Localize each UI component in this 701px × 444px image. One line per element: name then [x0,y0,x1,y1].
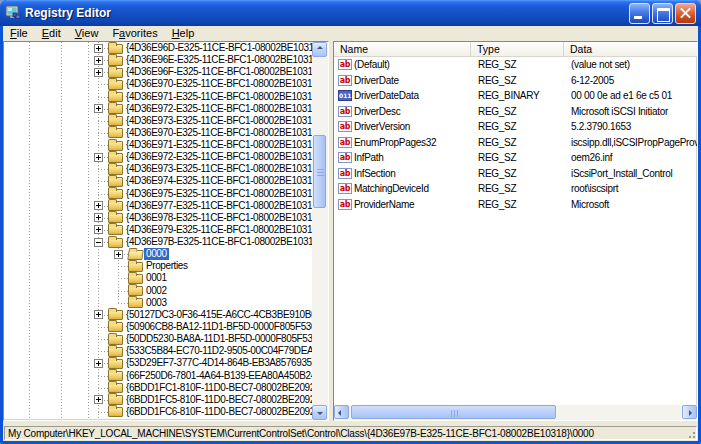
tree-item-label[interactable]: {4D36E971-E325-11CE-BFC1-08002BE10318} [124,91,312,103]
tree-item[interactable]: {4D36E974-E325-11CE-BFC1-08002BE10318} [4,175,312,187]
tree-item[interactable]: {4D36E971-E325-11CE-BFC1-08002BE10318} [4,91,312,103]
value-name[interactable]: EnumPropPages32 [354,135,476,150]
value-row[interactable]: abDriverDateREG_SZ6-12-2005 [334,73,697,89]
tree-item-label[interactable]: {4D36E970-E325-11CE-BFC1-08002BE10318} [124,127,312,139]
tree-item-label[interactable]: {50906CB8-BA12-11D1-BF5D-0000F805F530} [124,321,312,333]
scroll-left-button[interactable] [334,405,349,419]
column-header-data[interactable]: Data [564,42,697,57]
tree-item-label[interactable]: {4D36E973-E325-11CE-BFC1-08002BE10318} [124,115,312,127]
tree-item[interactable]: Properties [4,260,312,272]
expand-box-icon[interactable] [94,153,103,162]
tree-item[interactable]: {50127DC3-0F36-415E-A6CC-4CB3BE910B65} [4,309,312,321]
minimize-button[interactable] [629,3,650,24]
tree-item-label[interactable]: {6BDD1FC1-810F-11D0-BEC7-08002BE2092F} [124,382,312,394]
tree-item-label[interactable]: {4D36E970-E325-11CE-BFC1-08002BE10318} [124,78,312,90]
value-name[interactable]: DriverDesc [354,104,476,119]
value-name[interactable]: InfSection [354,166,476,181]
expand-box-icon[interactable] [94,44,103,53]
tree-item[interactable]: 0002 [4,285,312,297]
scrollbar-thumb[interactable] [313,135,326,208]
tree-item[interactable]: {533C5B84-EC70-11D2-9505-00C04F79DEAF} [4,345,312,357]
expand-box-icon[interactable] [94,225,103,234]
tree-item-label[interactable]: 0002 [144,285,169,297]
scrollbar-thumb[interactable] [351,405,556,419]
tree-item-label[interactable]: {4D36E972-E325-11CE-BFC1-08002BE10318} [124,103,312,115]
expand-box-icon[interactable] [114,250,123,259]
tree-item-label[interactable]: {4D36E974-E325-11CE-BFC1-08002BE10318} [124,175,312,187]
tree-vertical-scrollbar[interactable] [312,42,328,420]
tree-item[interactable]: {66F250D6-7801-4A64-B139-EEA80A450B24} [4,370,312,382]
value-row[interactable]: abInfSectionREG_SZiScsiPort_Install_Cont… [334,166,697,182]
tree-item[interactable]: {4D36E973-E325-11CE-BFC1-08002BE10318} [4,163,312,175]
tree-item-label[interactable]: {53D29EF7-377C-4D14-864B-EB3A85769359} [124,357,312,369]
menu-file[interactable]: File [3,26,35,41]
tree-item-label[interactable]: {4D36E975-E325-11CE-BFC1-08002BE10318} [124,188,312,200]
tree-item-label[interactable]: {4D36E978-E325-11CE-BFC1-08002BE10318} [124,212,312,224]
value-row[interactable]: abDriverVersionREG_SZ5.2.3790.1653 [334,119,697,135]
expand-box-icon[interactable] [94,359,103,368]
tree-item-label[interactable]: {66F250D6-7801-4A64-B139-EEA80A450B24} [124,370,312,382]
tree-item[interactable]: 0003 [4,297,312,309]
value-row[interactable]: abDriverDescREG_SZMicrosoft iSCSI Initia… [334,104,697,120]
title-bar[interactable]: Registry Editor [0,0,701,26]
expand-box-icon[interactable] [94,68,103,77]
tree-item[interactable]: {4D36E973-E325-11CE-BFC1-08002BE10318} [4,115,312,127]
tree-item[interactable]: {4D36E977-E325-11CE-BFC1-08002BE10318} [4,200,312,212]
value-name[interactable]: MatchingDeviceId [354,181,476,196]
menu-help[interactable]: Help [165,26,202,41]
tree-item[interactable]: {4D36E970-E325-11CE-BFC1-08002BE10318} [4,127,312,139]
scroll-right-button[interactable] [682,405,697,419]
tree-item-label[interactable]: {4D36E972-E325-11CE-BFC1-08002BE10318} [124,151,312,163]
value-row[interactable]: ab(Default)REG_SZ(value not set) [334,57,697,73]
tree-item-label[interactable]: {4D36E979-E325-11CE-BFC1-08002BE10318} [124,224,312,236]
tree-item[interactable]: {4D36E96F-E325-11CE-BFC1-08002BE10318} [4,66,312,78]
column-header-name[interactable]: Name [334,42,471,57]
tree-item[interactable]: {4D36E972-E325-11CE-BFC1-08002BE10318} [4,103,312,115]
tree-item-label[interactable]: {533C5B84-EC70-11D2-9505-00C04F79DEAF} [124,345,312,357]
tree-item-label[interactable]: 0003 [144,297,169,309]
tree-item[interactable]: {4D36E972-E325-11CE-BFC1-08002BE10318} [4,151,312,163]
expand-box-icon[interactable] [94,213,103,222]
value-row[interactable]: abProviderNameREG_SZMicrosoft [334,197,697,213]
scroll-down-button[interactable] [312,405,327,420]
value-name[interactable]: DriverVersion [354,119,476,134]
tree-item-label[interactable]: {4D36E96D-E325-11CE-BFC1-08002BE10318} [124,42,312,54]
expand-box-icon[interactable] [94,56,103,65]
menu-edit[interactable]: Edit [35,26,68,41]
tree-item[interactable]: {4D36E96E-E325-11CE-BFC1-08002BE10318} [4,54,312,66]
tree-item-label[interactable]: {4D36E97B-E325-11CE-BFC1-08002BE10318} [124,236,312,248]
tree-item-label[interactable]: 0001 [144,272,169,284]
maximize-button[interactable] [652,3,673,24]
list-horizontal-scrollbar[interactable] [334,405,697,420]
expand-box-icon[interactable] [94,395,103,404]
value-row[interactable]: abMatchingDeviceIdREG_SZroot\iscsiprt [334,181,697,197]
tree-item[interactable]: {53D29EF7-377C-4D14-864B-EB3A85769359} [4,357,312,369]
tree-item[interactable]: {4D36E975-E325-11CE-BFC1-08002BE10318} [4,188,312,200]
tree-item[interactable]: {4D36E970-E325-11CE-BFC1-08002BE10318} [4,78,312,90]
close-button[interactable] [675,3,696,24]
tree-item-label[interactable]: Properties [144,260,190,272]
menu-view[interactable]: View [68,26,106,41]
resize-grip-icon[interactable] [685,428,697,440]
tree-item-label[interactable]: {4D36E96E-E325-11CE-BFC1-08002BE10318} [124,54,312,66]
collapse-box-icon[interactable] [94,238,103,247]
tree-item[interactable]: {50DD5230-BA8A-11D1-BF5D-0000F805F530} [4,333,312,345]
scroll-up-button[interactable] [312,42,327,57]
tree-item-label[interactable]: {4D36E977-E325-11CE-BFC1-08002BE10318} [124,200,312,212]
value-row[interactable]: 011DriverDateDataREG_BINARY00 00 0e ad e… [334,88,697,104]
expand-box-icon[interactable] [94,104,103,113]
value-name[interactable]: ProviderName [354,197,476,212]
tree-item[interactable]: 0001 [4,272,312,284]
tree-item[interactable]: {4D36E979-E325-11CE-BFC1-08002BE10318} [4,224,312,236]
tree-item[interactable]: {6BDD1FC6-810F-11D0-BEC7-08002BE2092F} [4,406,312,418]
tree-item-label[interactable]: {6BDD1FC6-810F-11D0-BEC7-08002BE2092F} [124,406,312,418]
value-row[interactable]: abInfPathREG_SZoem26.inf [334,150,697,166]
value-name[interactable]: (Default) [354,57,476,72]
tree-item-label[interactable]: {4D36E973-E325-11CE-BFC1-08002BE10318} [124,163,312,175]
tree-item[interactable]: {4D36E971-E325-11CE-BFC1-08002BE10318} [4,139,312,151]
tree-item-label[interactable]: {4D36E971-E325-11CE-BFC1-08002BE10318} [124,139,312,151]
tree-item[interactable]: 0000 [4,248,312,260]
expand-box-icon[interactable] [94,310,103,319]
tree-item-label[interactable]: 0000 [144,248,169,260]
tree-item[interactable]: {6BDD1FC1-810F-11D0-BEC7-08002BE2092F} [4,382,312,394]
